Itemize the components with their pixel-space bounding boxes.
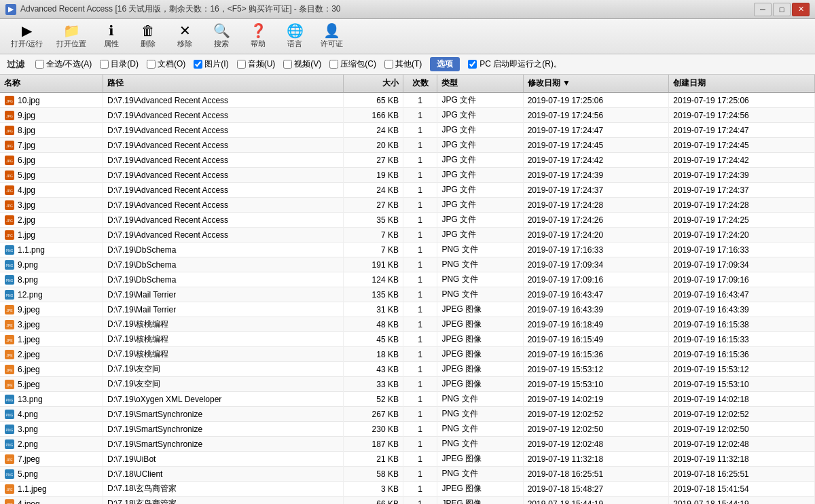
- table-row[interactable]: JPE 4.jpeg D:\7.18\玄鸟商管家 66 KB 1 JPEG 图像…: [0, 497, 815, 505]
- filter-other-checkbox[interactable]: [384, 60, 393, 69]
- cell-type: PNG 文件: [437, 287, 523, 302]
- table-row[interactable]: PNG 12.png D:\7.19\Mail Terrier 135 KB 1…: [0, 287, 815, 302]
- cell-count: 1: [403, 92, 437, 108]
- svg-text:JPE: JPE: [6, 338, 13, 342]
- col-modified[interactable]: 修改日期 ▼: [523, 75, 669, 92]
- cell-type: JPG 文件: [437, 92, 523, 108]
- table-row[interactable]: PNG 1.1.png D:\7.19\DbSchema 7 KB 1 PNG …: [0, 242, 815, 257]
- remove-button[interactable]: ✕ 移除: [168, 22, 202, 52]
- table-row[interactable]: JPG 4.jpg D:\7.19\Advanced Recent Access…: [0, 183, 815, 198]
- open-run-button[interactable]: ▶ 打开/运行: [5, 22, 48, 52]
- table-body: JPG 10.jpg D:\7.19\Advanced Recent Acces…: [0, 92, 815, 504]
- filter-audio[interactable]: 音频(U): [237, 58, 276, 70]
- cell-count: 1: [403, 228, 437, 242]
- table-row[interactable]: JPE 1.jpeg D:\7.19\核桃编程 45 KB 1 JPEG 图像 …: [0, 332, 815, 347]
- account-button[interactable]: 👤 许可证: [314, 22, 348, 52]
- filter-audio-checkbox[interactable]: [237, 60, 246, 69]
- table-row[interactable]: JPE 7.jpeg D:\7.19\UiBot 21 KB 1 JPEG 图像…: [0, 452, 815, 467]
- startup-checkbox[interactable]: [468, 60, 477, 69]
- cell-name: PNG 3.png: [0, 422, 103, 437]
- file-type-icon: PNG: [4, 439, 15, 450]
- table-row[interactable]: JPG 8.jpg D:\7.19\Advanced Recent Access…: [0, 123, 815, 138]
- cell-path: D:\7.19\Advanced Recent Access: [103, 123, 344, 138]
- app-icon: ▶: [5, 4, 16, 15]
- filter-video-checkbox[interactable]: [283, 60, 292, 69]
- cell-count: 1: [403, 392, 437, 407]
- table-row[interactable]: PNG 2.png D:\7.19\SmartSynchronize 187 K…: [0, 437, 815, 452]
- table-row[interactable]: PNG 13.png D:\7.19\oXygen XML Developer …: [0, 392, 815, 407]
- cell-size: 124 KB: [343, 272, 403, 287]
- cell-modified: 2019-07-19 16:15:49: [523, 332, 669, 347]
- table-row[interactable]: JPE 9.jpeg D:\7.19\Mail Terrier 31 KB 1 …: [0, 302, 815, 317]
- cell-path: D:\7.19\DbSchema: [103, 242, 344, 257]
- table-row[interactable]: PNG 9.png D:\7.19\DbSchema 191 KB 1 PNG …: [0, 257, 815, 272]
- cell-name: JPE 5.jpeg: [0, 377, 103, 392]
- col-path[interactable]: 路径: [103, 75, 344, 92]
- cell-path: D:\7.19\Mail Terrier: [103, 287, 344, 302]
- filter-other[interactable]: 其他(T): [384, 58, 422, 70]
- cell-created: 2019-07-19 12:02:52: [669, 407, 815, 422]
- startup-item[interactable]: PC 启动即运行之(R)。: [468, 58, 562, 70]
- cell-type: PNG 文件: [437, 392, 523, 407]
- filter-documents[interactable]: 文档(O): [147, 58, 185, 70]
- filter-compressed-checkbox[interactable]: [329, 60, 338, 69]
- svg-text:JPG: JPG: [6, 174, 13, 178]
- file-type-icon: PNG: [4, 289, 15, 300]
- cell-path: D:\7.19\DbSchema: [103, 257, 344, 272]
- filter-folders[interactable]: 目录(D): [100, 58, 139, 70]
- table-row[interactable]: PNG 8.png D:\7.19\DbSchema 124 KB 1 PNG …: [0, 272, 815, 287]
- table-row[interactable]: JPE 1.1.jpeg D:\7.18\玄鸟商管家 3 KB 1 JPEG 图…: [0, 482, 815, 497]
- help-button[interactable]: ❓ 帮助: [241, 22, 275, 52]
- filter-select-all[interactable]: 全选/不选(A): [35, 58, 92, 70]
- table-row[interactable]: JPG 9.jpg D:\7.19\Advanced Recent Access…: [0, 108, 815, 123]
- cell-modified: 2019-07-19 12:02:50: [523, 422, 669, 437]
- table-row[interactable]: PNG 3.png D:\7.19\SmartSynchronize 230 K…: [0, 422, 815, 437]
- table-row[interactable]: JPE 2.jpeg D:\7.19\核桃编程 18 KB 1 JPEG 图像 …: [0, 347, 815, 362]
- table-row[interactable]: JPG 6.jpg D:\7.19\Advanced Recent Access…: [0, 153, 815, 168]
- cell-name: PNG 4.png: [0, 407, 103, 422]
- filter-images-checkbox[interactable]: [194, 60, 202, 69]
- language-button[interactable]: 🌐 语言: [278, 22, 312, 52]
- cell-created: 2019-07-19 16:43:47: [669, 287, 815, 302]
- maximize-button[interactable]: □: [773, 3, 791, 16]
- table-row[interactable]: JPG 5.jpg D:\7.19\Advanced Recent Access…: [0, 168, 815, 183]
- filter-video[interactable]: 视频(V): [283, 58, 321, 70]
- filter-documents-checkbox[interactable]: [147, 60, 156, 69]
- table-row[interactable]: PNG 5.png D:\7.18\UClient 58 KB 1 PNG 文件…: [0, 467, 815, 482]
- table-row[interactable]: JPG 2.jpg D:\7.19\Advanced Recent Access…: [0, 213, 815, 228]
- close-button[interactable]: ✕: [792, 3, 810, 16]
- search-button[interactable]: 🔍 搜索: [204, 22, 238, 52]
- svg-text:JPE: JPE: [6, 488, 13, 492]
- filter-images[interactable]: 图片(I): [194, 58, 228, 70]
- table-row[interactable]: JPG 1.jpg D:\7.19\Advanced Recent Access…: [0, 228, 815, 242]
- table-row[interactable]: JPE 5.jpeg D:\7.19\友空间 33 KB 1 JPEG 图像 2…: [0, 377, 815, 392]
- col-count[interactable]: 次数: [403, 75, 437, 92]
- table-row[interactable]: JPG 7.jpg D:\7.19\Advanced Recent Access…: [0, 138, 815, 153]
- properties-button[interactable]: ℹ 属性: [94, 22, 128, 52]
- delete-button[interactable]: 🗑 删除: [131, 22, 165, 52]
- filter-compressed[interactable]: 压缩包(C): [329, 58, 376, 70]
- cell-count: 1: [403, 183, 437, 198]
- minimize-button[interactable]: ─: [754, 3, 772, 16]
- table-row[interactable]: PNG 4.png D:\7.19\SmartSynchronize 267 K…: [0, 407, 815, 422]
- col-size[interactable]: 大小: [343, 75, 403, 92]
- col-name[interactable]: 名称: [0, 75, 103, 92]
- col-created[interactable]: 创建日期: [669, 75, 815, 92]
- cell-created: 2019-07-19 16:15:33: [669, 332, 815, 347]
- open-location-button[interactable]: 📁 打开位置: [51, 22, 92, 52]
- options-button[interactable]: 选项: [430, 57, 460, 71]
- cell-count: 1: [403, 123, 437, 138]
- cell-modified: 2019-07-19 17:24:45: [523, 138, 669, 153]
- cell-size: 166 KB: [343, 108, 403, 123]
- table-row[interactable]: JPG 3.jpg D:\7.19\Advanced Recent Access…: [0, 198, 815, 213]
- filter-folders-checkbox[interactable]: [100, 60, 109, 69]
- file-table-container: 名称 路径 大小 次数 类型 修改日期 ▼ 创建日期 JPG 10.jpg: [0, 75, 815, 504]
- filter-select-all-checkbox[interactable]: [35, 60, 44, 69]
- table-row[interactable]: JPE 3.jpeg D:\7.19\核桃编程 48 KB 1 JPEG 图像 …: [0, 317, 815, 332]
- file-type-icon: JPG: [4, 230, 15, 240]
- cell-created: 2019-07-19 17:24:56: [669, 108, 815, 123]
- col-type[interactable]: 类型: [437, 75, 523, 92]
- table-row[interactable]: JPG 10.jpg D:\7.19\Advanced Recent Acces…: [0, 92, 815, 108]
- table-row[interactable]: JPE 6.jpeg D:\7.19\友空间 43 KB 1 JPEG 图像 2…: [0, 362, 815, 377]
- cell-size: 21 KB: [343, 452, 403, 467]
